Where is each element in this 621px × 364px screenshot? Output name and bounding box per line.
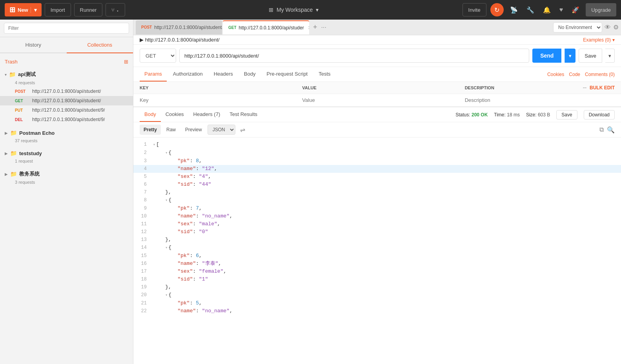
folder-icon: 📁 [10, 150, 17, 156]
sidebar-content: Trash ⊞ ▾ 📁 api测试 4 requests POST http:/… [0, 53, 133, 364]
tab-body[interactable]: Body [239, 67, 260, 81]
request-header-area: ▶ http://127.0.0.1:8000/api/student/ Exa… [133, 35, 621, 45]
heart-icon[interactable]: ♥ [557, 4, 566, 16]
workspace-title: ⊞ My Workspace ▾ [128, 7, 459, 13]
collection-header-edu[interactable]: ▶ 📁 教务系统 [0, 168, 133, 180]
request-item[interactable]: PUT http://127.0.0.1:8000/api/student/9/ [0, 105, 133, 115]
new-tab-button[interactable]: + [310, 23, 321, 31]
filter-input[interactable] [4, 23, 129, 34]
more-icon[interactable]: ··· [583, 85, 586, 90]
resp-tab-cookies[interactable]: Cookies [161, 107, 189, 122]
code-line: 8 ▾{ [133, 196, 621, 205]
examples-link[interactable]: Examples (0) ▾ [583, 37, 615, 43]
collection-header-api[interactable]: ▾ 📁 api测试 [0, 69, 133, 80]
workspace-grid-icon: ⊞ [269, 7, 273, 13]
save-dropdown-button[interactable]: ▾ [605, 49, 615, 63]
collection-name: api测试 [18, 71, 36, 78]
folder-icon: 📁 [10, 171, 17, 177]
collection-count-edu: 3 requests [0, 180, 133, 186]
bulk-edit-link[interactable]: Bulk Edit [590, 85, 615, 91]
request-item[interactable]: DEL http://127.0.0.1:8000/api/student/9/ [0, 115, 133, 124]
tab-authorization[interactable]: Authorization [168, 67, 208, 81]
new-label: New [18, 7, 28, 13]
tab-post[interactable]: POST http://127.0.0.1:8000/api/student/ [136, 20, 222, 34]
sync-button[interactable]: ↻ [490, 3, 504, 16]
send-button[interactable]: Send [532, 49, 561, 63]
cookies-link[interactable]: Cookies [547, 72, 564, 77]
collection-header-test[interactable]: ▶ 📁 teststudy [0, 148, 133, 159]
request-url-row: GET POST PUT DELETE Send ▾ Save ▾ [133, 45, 621, 67]
size-label: Size: 603 B [526, 112, 550, 118]
rocket-icon[interactable]: 🚀 [569, 4, 582, 16]
caret-right-icon: ▶ [5, 151, 8, 156]
tab-close-icon[interactable]: ✕ [308, 25, 309, 31]
code-line: 17 "sex": "female", [133, 268, 621, 275]
request-item-active[interactable]: GET http://127.0.0.1:8000/api/student/ [0, 96, 133, 105]
right-panel: POST http://127.0.0.1:8000/api/student/ … [133, 20, 621, 364]
method-select[interactable]: GET POST PUT DELETE [140, 49, 176, 63]
satellite-icon[interactable]: 📡 [508, 4, 520, 16]
tab-prerequest[interactable]: Pre-request Script [262, 67, 312, 81]
more-tabs-button[interactable]: ··· [321, 24, 326, 31]
sidebar-tabs: History Collections [0, 37, 133, 53]
new-button[interactable]: ⊞ New ▾ [5, 3, 42, 16]
sidebar-search-area [0, 20, 133, 37]
description-input[interactable] [465, 97, 615, 103]
request-breadcrumb: ▶ http://127.0.0.1:8000/api/student/ [140, 37, 220, 43]
time-value: 18 ms [507, 112, 520, 118]
trash-row[interactable]: Trash ⊞ [0, 56, 133, 67]
code-line: 1 ▾[ [133, 141, 621, 149]
code-line: 11 "sex": "male", [133, 220, 621, 228]
tabs-bar: POST http://127.0.0.1:8000/api/student/ … [133, 20, 621, 35]
key-input[interactable] [140, 97, 290, 103]
size-value: 603 B [538, 112, 550, 118]
resp-tab-testresults[interactable]: Test Results [225, 107, 262, 122]
copy-icon[interactable]: ⧉ [599, 126, 604, 133]
request-item[interactable]: POST http://127.0.0.1:8000/api/student/ [0, 87, 133, 96]
resp-tab-body[interactable]: Body [140, 107, 161, 122]
env-selector: No Environment 👁 ⚙ [553, 22, 619, 33]
tab-get[interactable]: GET http://127.0.0.1:8000/api/studer ✕ [223, 20, 309, 34]
fork-button[interactable]: ⑂ ▾ [106, 3, 125, 16]
url-input[interactable] [179, 49, 529, 63]
tab-tests[interactable]: Tests [314, 67, 335, 81]
import-button[interactable]: Import [45, 3, 71, 16]
upgrade-button[interactable]: Upgrade [586, 3, 616, 16]
value-input[interactable] [302, 97, 452, 103]
new-collection-icon[interactable]: ⊞ [124, 59, 128, 65]
resp-body-tabs: Pretty Raw Preview JSON XML HTML Text ⇌ … [133, 122, 621, 138]
wrench-icon[interactable]: 🔧 [524, 4, 537, 16]
collection-header-postman[interactable]: ▶ 📁 Postman Echo [0, 127, 133, 138]
bell-icon[interactable]: 🔔 [541, 4, 553, 16]
collections-tab[interactable]: Collections [67, 37, 133, 53]
tab-headers[interactable]: Headers [209, 67, 238, 81]
gear-icon[interactable]: ⚙ [613, 24, 619, 31]
wrap-icon[interactable]: ⇌ [237, 126, 248, 134]
save-button[interactable]: Save [579, 49, 602, 63]
runner-button[interactable]: Runner [74, 3, 103, 16]
comments-link[interactable]: Comments (0) [585, 72, 615, 77]
response-save-button[interactable]: Save [556, 110, 577, 120]
send-dropdown-button[interactable]: ▾ [565, 49, 575, 63]
code-line: 14 ▾{ [133, 244, 621, 252]
eye-icon[interactable]: 👁 [605, 24, 611, 31]
workspace-name: My Workspace [277, 7, 313, 13]
code-link[interactable]: Code [569, 72, 580, 77]
code-line: 5 "sex": "4", [133, 173, 621, 181]
resp-tab-headers[interactable]: Headers (7) [189, 107, 225, 122]
search-response-icon[interactable]: 🔍 [607, 126, 615, 134]
invite-button[interactable]: Invite [463, 3, 486, 16]
params-area: KEY VALUE DESCRIPTION ··· Bulk Edit [133, 82, 621, 107]
code-line: 12 "sid": "0" [133, 228, 621, 236]
history-tab[interactable]: History [0, 37, 67, 53]
response-download-button[interactable]: Download [584, 110, 615, 120]
key-column-header: KEY [133, 82, 296, 94]
resp-status-area: Status: 200 OK Time: 18 ms Size: 603 B S… [455, 110, 615, 120]
resp-preview-tab[interactable]: Preview [181, 125, 206, 135]
resp-pretty-tab[interactable]: Pretty [140, 125, 161, 135]
response-section: Body Cookies Headers (7) Test Results St… [133, 107, 621, 364]
env-dropdown[interactable]: No Environment [553, 22, 602, 33]
resp-raw-tab[interactable]: Raw [162, 125, 180, 135]
format-select[interactable]: JSON XML HTML Text [208, 125, 235, 135]
tab-params[interactable]: Params [140, 67, 167, 81]
